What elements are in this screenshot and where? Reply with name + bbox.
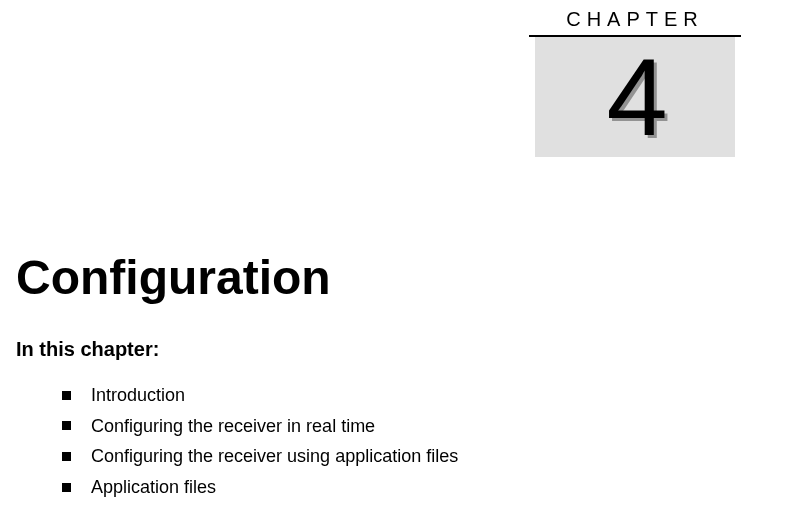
toc-item-label: Configuring the receiver using applicati… xyxy=(91,441,458,472)
toc-item-label: Configuring the receiver in real time xyxy=(91,411,375,442)
toc-item-label: Application files xyxy=(91,472,216,503)
chapter-header-block: CHAPTER 4 xyxy=(535,8,735,157)
list-item: Introduction xyxy=(62,380,458,411)
toc-list: Introduction Configuring the receiver in… xyxy=(62,380,458,502)
square-bullet-icon xyxy=(62,391,71,400)
section-heading: In this chapter: xyxy=(16,338,159,361)
chapter-number: 4 xyxy=(606,42,663,152)
list-item: Application files xyxy=(62,472,458,503)
list-item: Configuring the receiver in real time xyxy=(62,411,458,442)
list-item: Configuring the receiver using applicati… xyxy=(62,441,458,472)
toc-item-label: Introduction xyxy=(91,380,185,411)
chapter-label: CHAPTER xyxy=(535,8,735,35)
square-bullet-icon xyxy=(62,483,71,492)
chapter-number-box: 4 xyxy=(535,37,735,157)
square-bullet-icon xyxy=(62,452,71,461)
page-title: Configuration xyxy=(16,250,331,305)
square-bullet-icon xyxy=(62,421,71,430)
